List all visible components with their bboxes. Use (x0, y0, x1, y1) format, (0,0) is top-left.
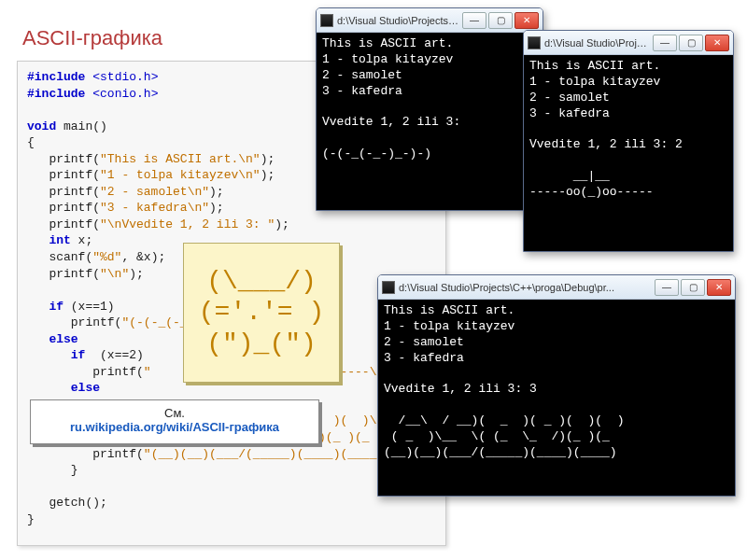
code-text: ); (261, 152, 275, 166)
console-output: This is ASCII art. 1 - tolpa kitayzev 2 … (317, 33, 543, 210)
ascii-bunny: (\___/) (='.'= ) (")_(") (199, 266, 324, 360)
code-text: (x==2) (85, 348, 143, 362)
console-output: This is ASCII art. 1 - tolpa kitayzev 2 … (378, 300, 735, 496)
code-text: scanf( (27, 250, 92, 264)
maximize-button[interactable]: ▢ (679, 35, 703, 51)
else-keyword: else (27, 332, 78, 346)
titlebar[interactable]: d:\Visual Studio\Projects\C... — ▢ ✕ (317, 8, 543, 33)
code-text: printf( (27, 217, 100, 231)
code-text: ); (209, 201, 224, 215)
app-icon (528, 36, 541, 49)
string-literal: "\nVvedite 1, 2 ili 3: " (100, 217, 275, 231)
code-text: printf( (27, 185, 100, 199)
include-keyword: #include (27, 70, 85, 84)
void-keyword: void (27, 119, 56, 133)
code-text: ); (209, 185, 224, 199)
titlebar[interactable]: d:\Visual Studio\Projects\C... — ▢ ✕ (524, 31, 733, 55)
brace-close: } (27, 463, 78, 477)
window-title: d:\Visual Studio\Projects\C... (544, 37, 651, 49)
titlebar[interactable]: d:\Visual Studio\Projects\C++\proga\Debu… (378, 275, 735, 300)
code-text: ); (261, 168, 275, 182)
maximize-button[interactable]: ▢ (488, 12, 513, 29)
include-header: <conio.h> (85, 87, 158, 101)
string-literal: "3 - kafedra\n" (100, 201, 209, 215)
code-text: ); (275, 217, 289, 231)
code-text: , &x); (121, 250, 165, 264)
wikipedia-reference: См. ru.wikipedia.org/wiki/ASCII-графика (30, 399, 319, 444)
code-text: printf( (27, 168, 100, 182)
sticky-note-bunny: (\___/) (='.'= ) (")_(") (183, 243, 340, 383)
brace-open: { (27, 135, 35, 149)
code-text: printf( (27, 315, 121, 329)
code-text: getch(); (27, 496, 107, 510)
string-literal: "This is ASCII art.\n" (100, 152, 261, 166)
include-header: <stdio.h> (85, 70, 158, 84)
code-text: printf( (27, 447, 144, 461)
window-title: d:\Visual Studio\Projects\C++\proga\Debu… (399, 282, 653, 293)
code-text: printf( (27, 365, 144, 379)
close-button[interactable]: ✕ (705, 35, 729, 51)
maximize-button[interactable]: ▢ (681, 279, 705, 296)
include-keyword: #include (27, 87, 85, 101)
brace-close: } (27, 512, 35, 526)
int-keyword: int (27, 233, 71, 247)
string-literal: "1 - tolpa kitayzev\n" (100, 168, 261, 182)
window-title: d:\Visual Studio\Projects\C... (337, 15, 460, 26)
console-window-b[interactable]: d:\Visual Studio\Projects\C... — ▢ ✕ Thi… (523, 30, 734, 252)
string-literal: "2 - samolet\n" (100, 185, 209, 199)
string-literal: "%d" (92, 250, 121, 264)
else-keyword: else (27, 381, 100, 395)
console-window-a[interactable]: d:\Visual Studio\Projects\C... — ▢ ✕ Thi… (316, 7, 543, 211)
close-button[interactable]: ✕ (707, 279, 731, 296)
code-text: printf( (27, 152, 100, 166)
string-literal: "\n" (100, 267, 129, 281)
code-text: printf( (27, 267, 100, 281)
minimize-button[interactable]: — (462, 12, 486, 29)
code-text: (x==1) (63, 300, 115, 314)
app-icon (320, 14, 333, 27)
code-text: x; (71, 233, 92, 247)
main-signature: main() (56, 119, 107, 133)
slide-title: ASCII-графика (22, 26, 162, 50)
console-window-c[interactable]: d:\Visual Studio\Projects\C++\proga\Debu… (377, 274, 736, 497)
if-keyword: if (27, 348, 85, 362)
minimize-button[interactable]: — (655, 279, 679, 296)
close-button[interactable]: ✕ (514, 12, 539, 29)
console-output: This is ASCII art. 1 - tolpa kitayzev 2 … (524, 55, 733, 251)
app-icon (382, 281, 395, 294)
wikipedia-link[interactable]: ru.wikipedia.org/wiki/ASCII-графика (40, 420, 309, 434)
see-label: См. (40, 406, 309, 420)
if-keyword: if (27, 300, 63, 314)
code-text: printf( (27, 201, 100, 215)
code-text: ); (129, 267, 144, 281)
string-literal: "(__)(__)(___/(_____)(____)(____)\n" (144, 447, 406, 461)
minimize-button[interactable]: — (653, 35, 677, 51)
